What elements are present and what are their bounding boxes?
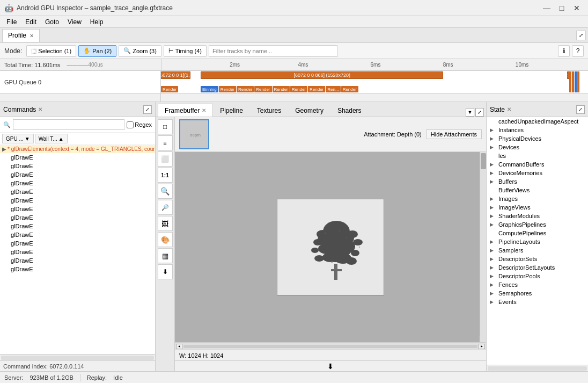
download-icon-bottom[interactable]: ⬇: [327, 362, 334, 371]
fb-tool-crop[interactable]: ⬜: [158, 151, 173, 167]
command-row-selected[interactable]: ▶ * glDrawElements(context = 4, mode = G…: [0, 145, 155, 153]
command-row-4[interactable]: glDrawE: [0, 179, 155, 187]
gpu-block-2[interactable]: [6072 0 0 866] (1520x720): [201, 71, 443, 79]
tool-timing[interactable]: ⊢ Timing (4): [164, 45, 207, 57]
maximize-button[interactable]: □: [555, 3, 569, 13]
state-item-fences[interactable]: ▶ Fences: [487, 280, 588, 289]
commands-hscroll[interactable]: [0, 354, 155, 360]
state-item-imageviews[interactable]: ▶ ImageViews: [487, 203, 588, 212]
menu-file[interactable]: File: [2, 17, 21, 27]
state-hscroll[interactable]: [487, 365, 588, 371]
command-row-3[interactable]: glDrawE: [0, 170, 155, 179]
command-row-9[interactable]: glDrawE: [0, 222, 155, 230]
tool-selection[interactable]: ⬚ Selection (1): [26, 45, 76, 57]
minimize-button[interactable]: —: [540, 3, 554, 13]
tool-pan[interactable]: ✋ Pan (2): [78, 45, 116, 57]
state-item-images[interactable]: ▶ Images: [487, 194, 588, 203]
command-row-2[interactable]: glDrawE: [0, 162, 155, 170]
viewer-vscroll[interactable]: [480, 152, 486, 336]
tab-textures[interactable]: Textures: [250, 104, 288, 117]
wall-sort-button[interactable]: Wall T... ▲: [35, 134, 68, 143]
state-item-devmem[interactable]: ▶ DeviceMemories: [487, 169, 588, 177]
gpu-track-content[interactable]: [6072 0 0 1](1... [6072 0 0 866] (1520x7…: [161, 71, 579, 93]
hide-attachments-button[interactable]: Hide Attachments: [426, 129, 482, 139]
center-tab-expand[interactable]: ⤢: [475, 108, 484, 117]
command-row-1[interactable]: glDrawE: [0, 153, 155, 162]
regex-checkbox-label[interactable]: Regex: [127, 121, 152, 128]
tab-geometry[interactable]: Geometry: [288, 104, 330, 117]
menu-help[interactable]: Help: [86, 17, 108, 27]
fb-tool-channels[interactable]: ≡: [158, 135, 173, 150]
command-row-13[interactable]: glDrawE: [0, 256, 155, 265]
tab-profile[interactable]: Profile ✕: [2, 29, 40, 42]
state-item-instances[interactable]: ▶ Instances: [487, 126, 588, 134]
command-row-5[interactable]: glDrawE: [0, 187, 155, 196]
state-item-semaphores[interactable]: ▶ Semaphores: [487, 289, 588, 298]
fb-tool-select[interactable]: □: [158, 119, 173, 134]
state-item-buffers[interactable]: ▶ Buffers: [487, 177, 588, 186]
command-row-12[interactable]: glDrawE: [0, 248, 155, 256]
tab-expand-button[interactable]: ⤢: [576, 31, 586, 40]
state-item-physical[interactable]: ▶ PhysicalDevices: [487, 134, 588, 143]
tab-pipeline[interactable]: Pipeline: [213, 104, 250, 117]
viewer-hscroll[interactable]: ◂ ▸: [175, 342, 486, 350]
state-item-computepipe[interactable]: ComputePipelines: [487, 229, 588, 237]
state-expand[interactable]: ⤢: [576, 105, 585, 114]
fb-tool-color[interactable]: 🎨: [158, 232, 173, 247]
hscroll-left[interactable]: ◂: [176, 344, 182, 349]
fb-tool-zoom-in[interactable]: 🔍: [158, 184, 173, 199]
fb-tool-zoom-out[interactable]: 🔎: [158, 200, 173, 215]
tab-shaders[interactable]: Shaders: [330, 104, 369, 117]
fb-tool-download[interactable]: ⬇: [158, 264, 173, 279]
track-hscroll[interactable]: [0, 93, 588, 102]
command-row-7[interactable]: glDrawE: [0, 205, 155, 213]
state-item-samplers[interactable]: ▶ Samplers: [487, 246, 588, 255]
command-row-14[interactable]: glDrawE: [0, 265, 155, 273]
tab-profile-close[interactable]: ✕: [30, 33, 34, 39]
state-item-bufferviews[interactable]: BufferViews: [487, 186, 588, 194]
commands-search-input[interactable]: [13, 119, 124, 130]
state-close[interactable]: ✕: [507, 106, 511, 112]
viewer-vscroll-thumb[interactable]: [481, 153, 486, 169]
close-button[interactable]: ✕: [570, 3, 584, 13]
command-row-10[interactable]: glDrawE: [0, 230, 155, 239]
tab-framebuffer[interactable]: Framebuffer ✕: [158, 104, 213, 117]
center-tab-chevron[interactable]: ▼: [466, 108, 474, 117]
state-item-graphicspipe[interactable]: ▶ GraphicsPipelines: [487, 220, 588, 229]
state-item-descpools[interactable]: ▶ DescriptorPools: [487, 272, 588, 280]
state-item-shadermod[interactable]: ▶ ShaderModules: [487, 212, 588, 220]
track-hscroll-bar[interactable]: [161, 93, 579, 102]
state-item-descsets[interactable]: ▶ DescriptorSets: [487, 255, 588, 263]
zoom-label: Zoom (3): [133, 48, 157, 54]
state-item-events[interactable]: ▶ Events: [487, 298, 588, 306]
commands-expand[interactable]: ⤢: [143, 105, 152, 114]
viewer-corner: [480, 336, 486, 342]
framebuffer-tab-close[interactable]: ✕: [202, 107, 206, 113]
hscroll-right[interactable]: ▸: [479, 344, 485, 349]
fb-tool-checker[interactable]: ▦: [158, 248, 173, 263]
fb-tool-image[interactable]: 🖼: [158, 216, 173, 231]
state-item-devices[interactable]: ▶ Devices: [487, 143, 588, 151]
hscroll-track[interactable]: [183, 345, 477, 348]
regex-checkbox[interactable]: [127, 121, 134, 128]
commands-close[interactable]: ✕: [38, 106, 42, 112]
fb-tool-1to1[interactable]: 1:1: [158, 168, 173, 183]
gpu-sort-button[interactable]: GPU ... ▼: [2, 134, 34, 143]
command-row-8[interactable]: glDrawE: [0, 213, 155, 222]
filter-input[interactable]: [209, 45, 337, 57]
state-item-descsetlayouts[interactable]: ▶ DescriptorSetLayouts: [487, 263, 588, 272]
state-item-les[interactable]: les: [487, 151, 588, 160]
help-button[interactable]: ?: [572, 45, 584, 57]
menu-goto[interactable]: Goto: [41, 17, 63, 27]
command-row-11[interactable]: glDrawE: [0, 239, 155, 248]
tool-zoom[interactable]: 🔍 Zoom (3): [119, 45, 161, 57]
info-button[interactable]: ℹ: [558, 45, 570, 57]
command-row-6[interactable]: glDrawE: [0, 196, 155, 205]
gpu-block-1[interactable]: [6072 0 0 1](1...: [161, 71, 190, 79]
state-item-cached[interactable]: cachedUnpackedImageAspect: [487, 117, 588, 126]
depth-attachment-thumb[interactable]: depth: [179, 119, 209, 149]
state-item-pipelay[interactable]: ▶ PipelineLayouts: [487, 237, 588, 246]
state-item-cmdbuffers[interactable]: ▶ CommandBuffers: [487, 160, 588, 169]
menu-view[interactable]: View: [63, 17, 86, 27]
menu-edit[interactable]: Edit: [21, 17, 41, 27]
